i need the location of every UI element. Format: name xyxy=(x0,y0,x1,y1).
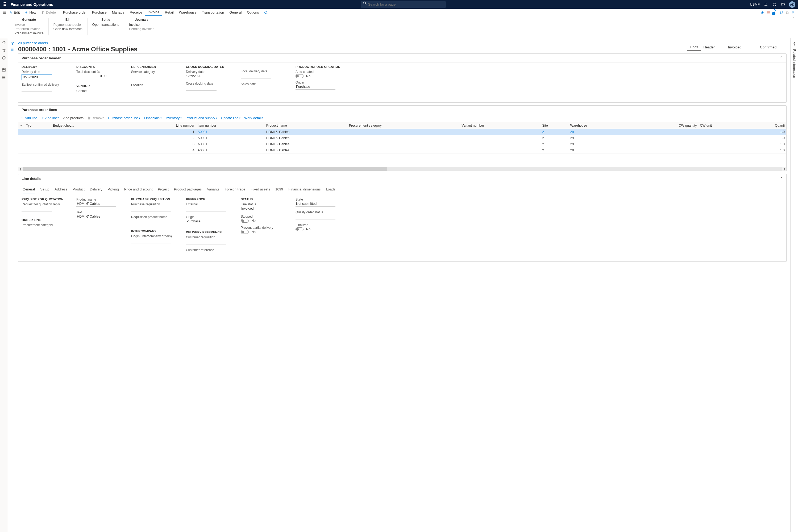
close-icon[interactable]: ✕ xyxy=(791,10,795,15)
breadcrumb[interactable]: All purchase orders xyxy=(18,41,137,45)
external-value[interactable] xyxy=(186,207,226,211)
table-row[interactable]: 1A0001HDMI 6' Cables2291.0 xyxy=(18,129,786,135)
recent-icon[interactable] xyxy=(2,56,6,60)
ld-tab-setup[interactable]: Setup xyxy=(40,187,49,193)
proc-category-value[interactable] xyxy=(22,227,52,232)
ld-tab-general[interactable]: General xyxy=(23,187,35,193)
col-budget-chec-[interactable]: Budget chec... xyxy=(51,122,128,129)
tab-retail[interactable]: Retail xyxy=(162,9,176,16)
app-launcher-icon[interactable] xyxy=(3,2,7,7)
ld-tab-1099[interactable]: 1099 xyxy=(275,187,283,193)
earliest-confirmed-value[interactable] xyxy=(22,87,52,92)
service-category-value[interactable] xyxy=(131,74,162,79)
origin-value[interactable]: Purchase xyxy=(296,85,336,90)
nav-menu-icon[interactable] xyxy=(2,10,7,15)
select-all-checkbox[interactable]: ✓ xyxy=(20,124,23,128)
table-row[interactable]: 2A0001HDMI 6' Cables2291.0 xyxy=(18,135,786,141)
rpn-value[interactable] xyxy=(131,220,171,224)
related-info-label[interactable]: Related information xyxy=(793,49,796,78)
col-cw-unit[interactable]: CW unit xyxy=(699,122,746,129)
text-value[interactable]: HDMI 6' Cables xyxy=(76,215,116,220)
cd-delivery-date-value[interactable]: 9/29/2020 xyxy=(186,74,216,79)
user-avatar[interactable]: AD xyxy=(789,1,795,8)
tab-warehouse[interactable]: Warehouse xyxy=(176,9,199,16)
filter-icon[interactable] xyxy=(11,41,14,45)
col-select[interactable]: ✓ xyxy=(18,122,24,129)
pr-value[interactable] xyxy=(131,207,171,211)
tab-transportation[interactable]: Transportation xyxy=(199,9,227,16)
ribbon-item-cash-flow-forecasts[interactable]: Cash flow forecasts xyxy=(54,27,82,31)
qos-value[interactable] xyxy=(296,215,336,220)
ld-tab-price-and-discount[interactable]: Price and discount xyxy=(124,187,153,193)
add-products-button[interactable]: Add products xyxy=(63,115,83,120)
prevent-toggle[interactable] xyxy=(241,230,249,234)
scroll-right-icon[interactable]: ❯ xyxy=(782,167,786,171)
workspace-icon[interactable] xyxy=(2,68,6,72)
inventory-menu[interactable]: Inventory ▾ xyxy=(166,115,182,120)
product-supply-menu[interactable]: Product and supply ▾ xyxy=(185,115,217,120)
ribbon-item-open-transactions[interactable]: Open transactions xyxy=(92,23,119,27)
help-icon[interactable] xyxy=(780,2,785,7)
contact-value[interactable] xyxy=(76,93,107,98)
ld-tab-address[interactable]: Address xyxy=(55,187,67,193)
scroll-left-icon[interactable]: ❮ xyxy=(18,167,23,171)
col-line-number[interactable]: Line number xyxy=(128,122,196,129)
cust-req-value[interactable] xyxy=(186,240,226,244)
expand-related-icon[interactable]: ❮ xyxy=(793,41,796,45)
rfq-reply-value[interactable] xyxy=(22,207,52,211)
ld-tab-project[interactable]: Project xyxy=(158,187,169,193)
notification-icon[interactable] xyxy=(763,2,768,7)
tab-invoice[interactable]: Invoice xyxy=(145,9,162,16)
list-toggle-icon[interactable] xyxy=(11,48,14,52)
ld-tab-picking[interactable]: Picking xyxy=(108,187,119,193)
line-status-value[interactable]: Invoiced xyxy=(241,207,281,211)
total-discount-value[interactable]: 0.00 xyxy=(76,74,107,79)
ld-tab-fixed-assets[interactable]: Fixed assets xyxy=(251,187,270,193)
add-lines-button[interactable]: ＋Add lines xyxy=(41,115,59,120)
cust-ref-value[interactable] xyxy=(186,252,226,257)
po-line-menu[interactable]: Purchase order line ▾ xyxy=(108,115,140,120)
vertical-scroll-hint-icon[interactable]: ⌃ xyxy=(784,130,786,133)
ribbon-collapse-icon[interactable]: ⌃ xyxy=(792,17,795,21)
new-button[interactable]: ＋New xyxy=(22,9,38,16)
col-procurement-category[interactable]: Procurement category xyxy=(347,122,460,129)
remove-button[interactable]: 🗑 Remove xyxy=(87,115,104,120)
global-search-input[interactable] xyxy=(361,1,446,8)
cross-dock-date-value[interactable] xyxy=(186,86,216,91)
col-typ[interactable]: Typ xyxy=(24,122,51,129)
auto-created-toggle[interactable] xyxy=(296,74,304,78)
search-action-icon[interactable] xyxy=(264,11,268,14)
table-row[interactable]: 4A0001HDMI 6' Cables2291.0 xyxy=(18,147,786,153)
delete-button[interactable]: 🗑Delete xyxy=(39,9,58,16)
power-apps-icon[interactable]: ◈ xyxy=(761,10,764,15)
delivery-date-input[interactable] xyxy=(22,74,52,80)
home-icon[interactable] xyxy=(2,40,6,44)
col-cw-quantity[interactable]: CW quantity xyxy=(631,122,698,129)
ref-origin-value[interactable]: Purchase xyxy=(186,220,226,224)
edit-button[interactable]: ✎Edit xyxy=(7,9,22,16)
col-item-number[interactable]: Item number xyxy=(196,122,265,129)
ribbon-item-prepayment-invoice[interactable]: Prepayment invoice xyxy=(14,31,44,35)
ld-tab-product[interactable]: Product xyxy=(73,187,84,193)
po-lines-section[interactable]: Purchase order lines xyxy=(18,106,786,114)
col-product-name[interactable]: Product name xyxy=(265,122,347,129)
tab-purchase-order[interactable]: Purchase order xyxy=(60,9,89,16)
financials-menu[interactable]: Financials ▾ xyxy=(144,115,162,120)
col-warehouse[interactable]: Warehouse xyxy=(568,122,631,129)
line-details-section[interactable]: Line details ⌃ xyxy=(18,174,786,183)
ld-tab-variants[interactable]: Variants xyxy=(207,187,220,193)
ic-origin-value[interactable] xyxy=(131,239,171,243)
modules-icon[interactable] xyxy=(2,76,6,79)
lines-view-tab[interactable]: Lines xyxy=(687,44,701,51)
col-site[interactable]: Site xyxy=(540,122,568,129)
settings-icon[interactable] xyxy=(772,2,777,7)
attachments-icon[interactable]: 0 xyxy=(773,8,777,17)
stopped-toggle[interactable] xyxy=(241,219,249,223)
tab-manage[interactable]: Manage xyxy=(109,9,127,16)
ld-tab-loads[interactable]: Loads xyxy=(326,187,336,193)
ld-tab-product-packages[interactable]: Product packages xyxy=(174,187,202,193)
tab-options[interactable]: Options xyxy=(244,9,262,16)
popout-icon[interactable]: ⧉ xyxy=(786,10,789,15)
finalized-toggle[interactable] xyxy=(296,227,304,231)
add-line-button[interactable]: ＋Add line xyxy=(20,115,37,120)
